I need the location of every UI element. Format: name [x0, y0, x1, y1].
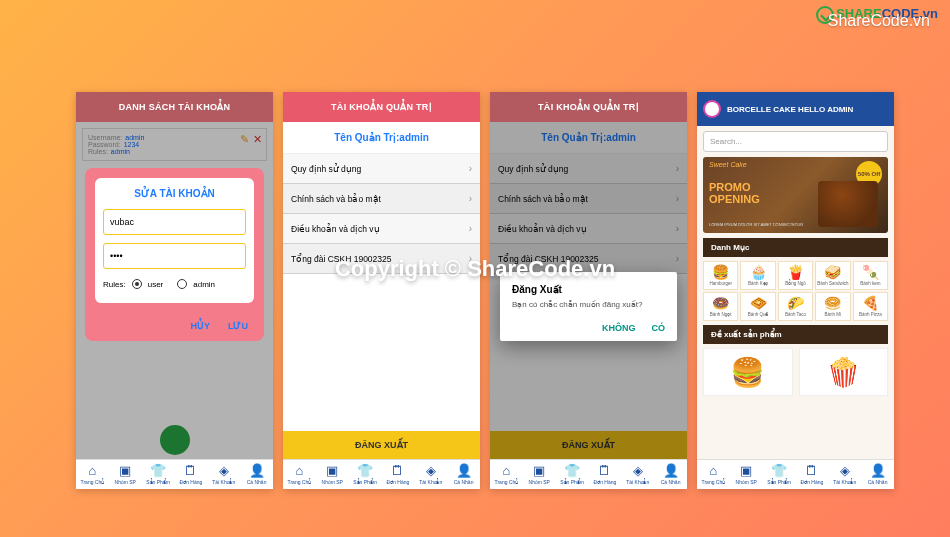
- category-icon: 🍕: [855, 296, 886, 310]
- nav-icon: 🗒: [796, 464, 827, 477]
- shop-logo-icon: [703, 100, 721, 118]
- category-item[interactable]: 🧇Bánh Quế: [740, 292, 775, 321]
- nav-item[interactable]: 👕Sản Phẩm: [763, 460, 796, 489]
- nav-icon: 👤: [448, 464, 479, 477]
- logout-button[interactable]: ĐĂNG XUẤT: [490, 431, 687, 459]
- category-item[interactable]: 🍕Bánh Pizza: [853, 292, 888, 321]
- menu-item[interactable]: Tổng đài CSKH 19002325›: [283, 244, 480, 274]
- nav-item[interactable]: ▣Nhóm SP: [109, 460, 142, 489]
- menu-item[interactable]: Quy định sử dụng›: [490, 154, 687, 184]
- bottom-nav: ⌂Trang Chủ▣Nhóm SP👕Sản Phẩm🗒Đơn Hàng◈Tài…: [283, 459, 480, 489]
- product-card[interactable]: 🍿: [799, 348, 889, 396]
- dialog-title: Đăng Xuất: [512, 284, 665, 295]
- search-input[interactable]: Search...: [703, 131, 888, 152]
- nav-item[interactable]: ⌂Trang Chủ: [283, 460, 316, 489]
- nav-item[interactable]: ⌂Trang Chủ: [76, 460, 109, 489]
- category-icon: 🧇: [742, 296, 773, 310]
- nav-icon: ◈: [622, 464, 653, 477]
- menu-item[interactable]: Quy định sử dụng›: [283, 154, 480, 184]
- phone-screen-2: TÀI KHOẢN QUẢN TRỊ Tên Quản Trị:admin Qu…: [283, 92, 480, 489]
- header-admin-account: TÀI KHOẢN QUẢN TRỊ: [283, 92, 480, 122]
- modal-title: SỬA TÀI KHOẢN: [103, 188, 246, 199]
- category-item[interactable]: 🍩Bánh Ngọt: [703, 292, 738, 321]
- dialog-message: Bạn có chắc chắn muốn đăng xuất?: [512, 300, 665, 309]
- nav-icon: 🗒: [175, 464, 206, 477]
- nav-icon: 👕: [557, 464, 588, 477]
- category-icon: 🍡: [855, 265, 886, 279]
- dialog-yes-button[interactable]: CÓ: [652, 323, 666, 333]
- nav-item[interactable]: ⌂Trang Chủ: [490, 460, 523, 489]
- chevron-right-icon: ›: [676, 193, 679, 204]
- nav-item[interactable]: 👤Cá Nhân: [654, 460, 687, 489]
- nav-item[interactable]: 👤Cá Nhân: [240, 460, 273, 489]
- radio-admin[interactable]: [177, 279, 187, 289]
- category-icon: 🧁: [742, 265, 773, 279]
- nav-icon: ▣: [731, 464, 762, 477]
- cancel-button[interactable]: HỦY: [190, 321, 210, 331]
- nav-item[interactable]: 👕Sản Phẩm: [349, 460, 382, 489]
- header-account-list: DANH SÁCH TÀI KHOẢN: [76, 92, 273, 122]
- logout-button[interactable]: ĐĂNG XUẤT: [283, 431, 480, 459]
- nav-icon: ◈: [415, 464, 446, 477]
- section-products: Đề xuất sản phẩm: [703, 325, 888, 344]
- category-icon: 🍟: [780, 265, 811, 279]
- chevron-right-icon: ›: [469, 253, 472, 264]
- chevron-right-icon: ›: [469, 193, 472, 204]
- chevron-right-icon: ›: [676, 163, 679, 174]
- menu-item[interactable]: Tổng đài CSKH 19002325›: [490, 244, 687, 274]
- menu-item[interactable]: Điều khoản và dịch vụ›: [283, 214, 480, 244]
- product-card[interactable]: 🍔: [703, 348, 793, 396]
- password-input[interactable]: [103, 243, 246, 269]
- nav-item[interactable]: 👕Sản Phẩm: [556, 460, 589, 489]
- admin-name-subheader: Tên Quản Trị:admin: [490, 122, 687, 154]
- nav-item[interactable]: ◈Tài Khoản: [207, 460, 240, 489]
- category-item[interactable]: 🥪Bánh Sandwich: [815, 261, 850, 290]
- nav-item[interactable]: 🗒Đơn Hàng: [588, 460, 621, 489]
- category-item[interactable]: 🌮Bánh Taco: [778, 292, 813, 321]
- username-input[interactable]: [103, 209, 246, 235]
- bottom-nav: ⌂Trang Chủ▣Nhóm SP👕Sản Phẩm🗒Đơn Hàng◈Tài…: [490, 459, 687, 489]
- nav-item[interactable]: ◈Tài Khoản: [828, 460, 861, 489]
- save-button[interactable]: LƯU: [228, 321, 248, 331]
- nav-icon: ▣: [317, 464, 348, 477]
- dialog-no-button[interactable]: KHÔNG: [602, 323, 636, 333]
- logout-confirm-dialog: Đăng Xuất Bạn có chắc chắn muốn đăng xuấ…: [500, 272, 677, 341]
- nav-item[interactable]: 👤Cá Nhân: [447, 460, 480, 489]
- category-icon: 🥪: [817, 265, 848, 279]
- nav-icon: 👤: [241, 464, 272, 477]
- nav-icon: ⌂: [77, 464, 108, 477]
- category-item[interactable]: 🧁Bánh Kẹp: [740, 261, 775, 290]
- nav-icon: ▣: [110, 464, 141, 477]
- category-item[interactable]: 🥯Bánh Mì: [815, 292, 850, 321]
- shop-header: BORCELLE CAKE HELLO ADMIN: [697, 92, 894, 126]
- nav-item[interactable]: ⌂Trang Chủ: [697, 460, 730, 489]
- nav-item[interactable]: 🗒Đơn Hàng: [795, 460, 828, 489]
- menu-item[interactable]: Điều khoản và dịch vụ›: [490, 214, 687, 244]
- nav-item[interactable]: 🗒Đơn Hàng: [381, 460, 414, 489]
- nav-item[interactable]: 🗒Đơn Hàng: [174, 460, 207, 489]
- nav-item[interactable]: ▣Nhóm SP: [316, 460, 349, 489]
- promo-banner[interactable]: Sweet Cake PROMOOPENING LOREM IPSUM DOLO…: [703, 157, 888, 233]
- nav-icon: 👕: [350, 464, 381, 477]
- nav-item[interactable]: ▣Nhóm SP: [523, 460, 556, 489]
- watermark-top-right: ShareCode.vn: [828, 12, 930, 30]
- nav-item[interactable]: ◈Tài Khoản: [414, 460, 447, 489]
- category-item[interactable]: 🍡Bánh kem: [853, 261, 888, 290]
- category-icon: 🍩: [705, 296, 736, 310]
- cake-image: [818, 181, 878, 227]
- category-item[interactable]: 🍟Bỏng Ngô: [778, 261, 813, 290]
- nav-icon: ⌂: [491, 464, 522, 477]
- chevron-right-icon: ›: [469, 223, 472, 234]
- nav-item[interactable]: ◈Tài Khoản: [621, 460, 654, 489]
- radio-user[interactable]: [132, 279, 142, 289]
- nav-item[interactable]: 👤Cá Nhân: [861, 460, 894, 489]
- nav-item[interactable]: 👕Sản Phẩm: [142, 460, 175, 489]
- category-item[interactable]: 🍔Hamburger: [703, 261, 738, 290]
- nav-icon: 👤: [655, 464, 686, 477]
- nav-icon: ◈: [829, 464, 860, 477]
- menu-item[interactable]: Chính sách và bảo mật›: [283, 184, 480, 214]
- nav-item[interactable]: ▣Nhóm SP: [730, 460, 763, 489]
- nav-icon: 👕: [764, 464, 795, 477]
- menu-item[interactable]: Chính sách và bảo mật›: [490, 184, 687, 214]
- nav-icon: ◈: [208, 464, 239, 477]
